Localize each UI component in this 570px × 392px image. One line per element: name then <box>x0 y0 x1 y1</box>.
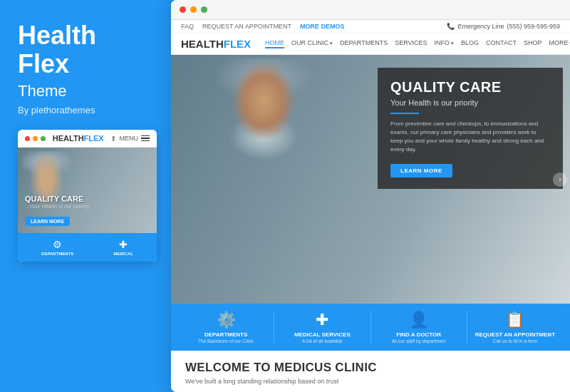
phone-number: (555) 959-595-959 <box>507 23 560 30</box>
hero-main-title: QUALITY CARE <box>390 79 550 96</box>
banner-appointment[interactable]: 📋 REQUEST AN APPOINTMENT Call us to fill… <box>467 311 563 344</box>
top-bar-left: FAQ REQUEST AN APPOINTMENT MORE DEMOS <box>181 23 344 30</box>
banner-medical[interactable]: ✚ MEDICAL SERVICES A list of all availab… <box>274 311 370 344</box>
more-demos-link[interactable]: MORE DEMOS <box>300 23 345 30</box>
left-panel: Health Flex Theme By plethorathemes HEAL… <box>0 0 171 392</box>
medical-banner-label: MEDICAL SERVICES <box>274 331 370 338</box>
appointment-banner-sub: Call us to fill in a form <box>467 339 563 344</box>
title-line2: Flex <box>18 49 69 78</box>
mobile-hero: QUALITY CARE ...Your Health is our prior… <box>18 148 157 233</box>
mobile-learn-btn[interactable]: LEARN MORE <box>25 217 70 226</box>
hero-next-arrow[interactable]: › <box>553 172 567 187</box>
dot-orange <box>33 136 38 141</box>
appointment-banner-icon: 📋 <box>467 311 563 329</box>
doctor-banner-sub: All our staff by department <box>371 339 467 344</box>
medical-banner-sub: A list of all available <box>274 339 370 344</box>
nav-our-clinic[interactable]: OUR CLINIC <box>291 39 333 48</box>
site-nav: HEALTHFLEX HOME OUR CLINIC DEPARTMENTS S… <box>171 33 570 55</box>
hero-body-text: From preventive care and checkups, to im… <box>390 120 550 154</box>
medical-banner-icon: ✚ <box>274 311 370 329</box>
mobile-logo: HEALTHFLEX <box>53 134 104 143</box>
faq-link[interactable]: FAQ <box>181 23 194 30</box>
nav-departments[interactable]: DEPARTMENTS <box>340 39 388 48</box>
welcome-title: WELCOME TO MEDICUS CLINIC <box>185 361 556 375</box>
welcome-section: WELCOME TO MEDICUS CLINIC We've built a … <box>171 351 570 392</box>
nav-shop[interactable]: SHOP <box>524 39 542 48</box>
mobile-hero-title: QUALITY CARE <box>25 195 89 203</box>
menu-label: MENU <box>119 135 138 142</box>
appointment-banner-label: REQUEST AN APPOINTMENT <box>467 331 563 338</box>
nav-items: HOME OUR CLINIC DEPARTMENTS SERVICES INF… <box>265 39 570 48</box>
hero-overlay-box: QUALITY CARE Your Health is our priority… <box>378 68 563 189</box>
banner-departments[interactable]: ⚙️ DEPARTMENTS The Backbone of our Clini… <box>178 311 274 344</box>
departments-banner-sub: The Backbone of our Clinic <box>178 339 274 344</box>
hero-sub-title: Your Health is our priority <box>390 98 550 107</box>
mobile-preview: HEALTHFLEX ⬆ MENU QUALITY CARE ...Your H… <box>18 130 157 262</box>
site-logo: HEALTHFLEX <box>181 38 251 50</box>
mobile-hero-overlay: QUALITY CARE ...Your Health is our prior… <box>25 195 89 226</box>
departments-banner-icon: ⚙️ <box>178 311 274 329</box>
mobile-hero-subtitle: ...Your Health is our priority <box>25 203 89 210</box>
hamburger-icon <box>141 135 150 142</box>
browser-dot-green[interactable] <box>201 6 207 13</box>
medical-label: MEDICAL <box>114 252 133 256</box>
medical-icon: ✚ <box>114 239 133 250</box>
blue-banner: ⚙️ DEPARTMENTS The Backbone of our Clini… <box>171 304 570 351</box>
right-panel: FAQ REQUEST AN APPOINTMENT MORE DEMOS 📞 … <box>171 0 570 392</box>
nav-more[interactable]: MORE <box>549 39 570 48</box>
dot-red <box>25 136 30 141</box>
hero-divider <box>390 113 419 114</box>
mobile-menu[interactable]: ⬆ MENU <box>110 135 150 143</box>
learn-more-btn[interactable]: LEARN MORE <box>390 164 452 177</box>
mobile-icon-departments: ⚙ DEPARTMENTS <box>41 239 73 256</box>
welcome-text: We've built a long standing relationship… <box>185 378 556 385</box>
banner-doctor[interactable]: 👤 FIND A DOCTOR All our staff by departm… <box>371 311 467 344</box>
browser-dot-red[interactable] <box>180 6 186 13</box>
theme-subtitle: Theme <box>18 82 153 100</box>
top-bar-right: 📞 Emergency Line (555) 959-595-959 <box>447 23 560 30</box>
theme-author: By plethorathemes <box>18 105 153 115</box>
mobile-icons-row: ⚙ DEPARTMENTS ✚ MEDICAL <box>18 233 157 262</box>
hero-section: QUALITY CARE Your Health is our priority… <box>171 55 570 304</box>
departments-banner-label: DEPARTMENTS <box>178 331 274 338</box>
departments-label: DEPARTMENTS <box>41 252 73 256</box>
doctor-banner-icon: 👤 <box>371 311 467 329</box>
nav-info[interactable]: INFO <box>435 39 454 48</box>
appointment-link[interactable]: REQUEST AN APPOINTMENT <box>202 23 291 30</box>
person-face-shape <box>200 58 328 295</box>
departments-icon: ⚙ <box>41 239 73 250</box>
title-line1: Health <box>18 21 96 50</box>
doctor-banner-label: FIND A DOCTOR <box>371 331 467 338</box>
nav-services[interactable]: SERVICES <box>395 39 427 48</box>
emergency-label: Emergency Line <box>457 23 504 30</box>
share-icon: ⬆ <box>110 135 116 143</box>
hero-person <box>178 55 392 304</box>
browser-dot-orange[interactable] <box>190 6 197 13</box>
mobile-header: HEALTHFLEX ⬆ MENU <box>18 130 157 148</box>
theme-title: Health Flex Theme By plethorathemes <box>18 21 153 130</box>
phone-icon: 📞 <box>447 23 455 30</box>
nav-home[interactable]: HOME <box>265 39 284 48</box>
nav-contact[interactable]: CONTACT <box>486 39 517 48</box>
mobile-browser-dots <box>25 136 46 141</box>
mobile-icon-medical: ✚ MEDICAL <box>114 239 133 256</box>
nav-blog[interactable]: BLOG <box>461 39 479 48</box>
browser-chrome <box>171 0 570 20</box>
site-top-bar: FAQ REQUEST AN APPOINTMENT MORE DEMOS 📞 … <box>171 20 570 33</box>
dot-green <box>41 136 46 141</box>
